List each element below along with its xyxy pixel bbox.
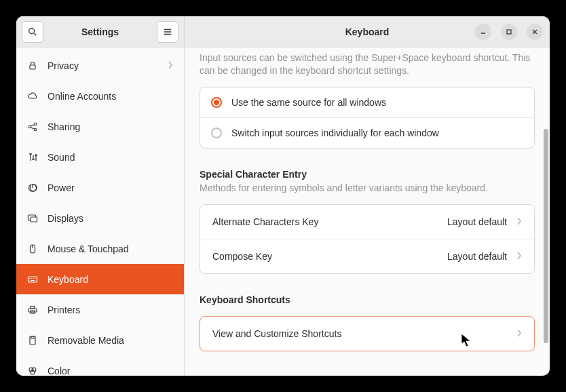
media-icon: [27, 335, 38, 346]
svg-rect-21: [31, 280, 35, 281]
chevron-right-icon: [168, 60, 173, 71]
svg-line-9: [31, 124, 35, 125]
svg-rect-25: [30, 336, 35, 345]
svg-rect-26: [31, 336, 34, 338]
sidebar-title: Settings: [43, 26, 157, 37]
settings-window: Settings Privacy Online Accounts Sharing: [16, 16, 550, 376]
sound-icon: [27, 152, 38, 163]
search-icon: [28, 27, 37, 37]
svg-point-8: [34, 128, 37, 131]
minimize-button[interactable]: [475, 24, 491, 40]
share-icon: [27, 121, 38, 132]
maximize-icon: [506, 28, 512, 35]
svg-point-18: [31, 277, 32, 278]
row-value: Layout default: [447, 251, 507, 262]
svg-rect-13: [31, 217, 37, 222]
row-value: Layout default: [447, 216, 507, 227]
radio-icon: [211, 128, 222, 138]
menu-button[interactable]: [157, 21, 178, 43]
maximize-button[interactable]: [501, 24, 517, 40]
chevron-right-icon: [516, 328, 522, 340]
row-label: Alternate Characters Key: [212, 216, 447, 227]
chevron-right-icon: [516, 216, 522, 228]
main-scroll: Input sources can be switched using the …: [185, 47, 550, 376]
sidebar-item-printers[interactable]: Printers: [16, 294, 184, 325]
printer-icon: [27, 305, 38, 315]
svg-point-7: [34, 123, 37, 125]
svg-point-6: [29, 125, 31, 128]
close-button[interactable]: [527, 24, 543, 40]
row-label: View and Customize Shortcuts: [212, 328, 516, 339]
sidebar-item-online-accounts[interactable]: Online Accounts: [16, 81, 184, 111]
radio-same-source[interactable]: Use the same source for all windows: [200, 87, 534, 117]
radio-label: Switch input sources individually for ea…: [231, 128, 439, 138]
cloud-icon: [27, 91, 38, 102]
special-character-list: Alternate Characters Key Layout default …: [200, 204, 535, 274]
sidebar-item-displays[interactable]: Displays: [16, 203, 184, 233]
sidebar-header: Settings: [16, 16, 184, 47]
row-label: Compose Key: [212, 251, 447, 262]
sidebar-item-sound[interactable]: Sound: [16, 142, 184, 172]
sidebar-item-sharing[interactable]: Sharing: [16, 111, 184, 142]
special-character-description: Methods for entering symbols and letter …: [200, 182, 535, 193]
svg-rect-31: [507, 30, 511, 34]
window-controls: [475, 24, 543, 40]
svg-point-19: [33, 277, 33, 278]
alternate-characters-row[interactable]: Alternate Characters Key Layout default: [200, 205, 534, 239]
keyboard-shortcuts-heading: Keyboard Shortcuts: [200, 294, 535, 305]
special-character-heading: Special Character Entry: [200, 169, 535, 180]
svg-point-17: [29, 277, 30, 278]
view-customize-shortcuts-row[interactable]: View and Customize Shortcuts: [200, 316, 535, 351]
close-icon: [531, 28, 538, 35]
svg-point-0: [29, 28, 35, 33]
displays-icon: [27, 213, 38, 224]
page-title: Keyboard: [345, 26, 390, 37]
chevron-right-icon: [516, 250, 522, 262]
radio-per-window[interactable]: Switch input sources individually for ea…: [200, 117, 534, 148]
sidebar-item-label: Online Accounts: [48, 91, 173, 102]
svg-rect-16: [29, 277, 37, 282]
sidebar-item-label: Sharing: [48, 121, 173, 132]
sidebar-item-label: Removable Media: [48, 335, 173, 346]
sidebar-item-label: Displays: [48, 213, 173, 224]
color-icon: [27, 366, 38, 376]
svg-rect-23: [31, 306, 35, 309]
compose-key-row[interactable]: Compose Key Layout default: [200, 239, 534, 273]
sidebar-list: Privacy Online Accounts Sharing Sound Po…: [16, 47, 184, 376]
sidebar-item-label: Power: [48, 182, 173, 193]
radio-label: Use the same source for all windows: [231, 97, 386, 108]
svg-rect-5: [30, 65, 35, 69]
sidebar-item-keyboard[interactable]: Keyboard: [16, 264, 184, 294]
minimize-icon: [480, 28, 487, 35]
sidebar-item-color[interactable]: Color: [16, 355, 184, 376]
sidebar-item-mouse-touchpad[interactable]: Mouse & Touchpad: [16, 233, 184, 264]
sidebar: Settings Privacy Online Accounts Sharing: [16, 16, 185, 376]
content: Keyboard Input sources can be switched u…: [185, 16, 550, 376]
sidebar-item-label: Keyboard: [48, 274, 173, 285]
sidebar-item-power[interactable]: Power: [16, 172, 184, 203]
input-source-description: Input sources can be switched using the …: [200, 52, 535, 77]
svg-point-20: [35, 277, 35, 278]
sidebar-item-label: Privacy: [48, 60, 168, 71]
radio-icon: [211, 97, 222, 108]
hamburger-icon: [163, 27, 172, 37]
scrollbar-thumb[interactable]: [544, 129, 548, 343]
keyboard-icon: [27, 274, 38, 285]
sidebar-item-privacy[interactable]: Privacy: [16, 50, 184, 81]
search-button[interactable]: [22, 21, 43, 43]
main-header: Keyboard: [185, 16, 550, 47]
sidebar-item-label: Color: [48, 366, 173, 376]
scrollbar[interactable]: [544, 129, 548, 343]
input-source-radio-group: Use the same source for all windows Swit…: [200, 87, 535, 149]
sidebar-item-label: Mouse & Touchpad: [48, 243, 173, 254]
mouse-icon: [27, 243, 38, 254]
sidebar-item-removable-media[interactable]: Removable Media: [16, 325, 184, 355]
svg-line-1: [34, 33, 36, 35]
lock-icon: [27, 60, 38, 71]
power-icon: [27, 182, 38, 193]
sidebar-item-label: Printers: [48, 305, 173, 315]
sidebar-item-label: Sound: [48, 152, 173, 163]
svg-line-10: [31, 128, 35, 129]
